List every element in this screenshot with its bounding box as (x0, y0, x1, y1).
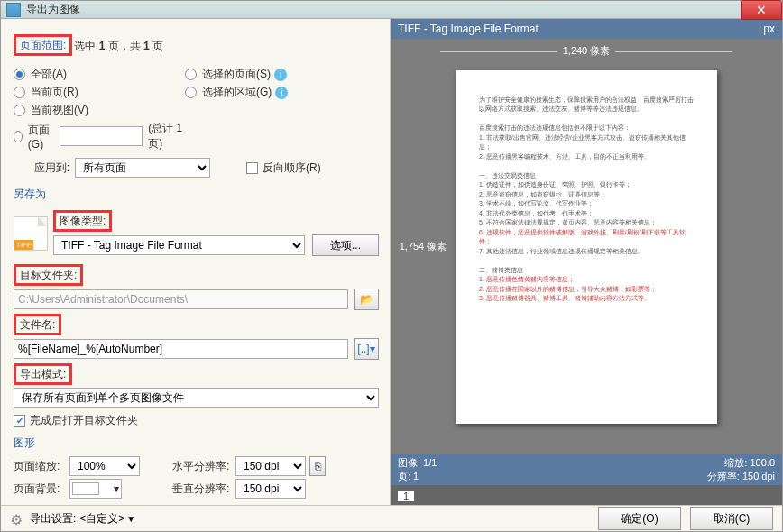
zoom-select[interactable]: 100% (69, 456, 140, 476)
left-panel: 页面范围: 选中 1 页，共 1 页 全部(A) 当前页(R) 当前视图(V) … (1, 19, 391, 505)
bg-color-picker[interactable]: ▾ (69, 479, 122, 499)
ok-button[interactable]: 确定(O) (598, 507, 681, 530)
preview-panel: TIFF - Tag Image File Formatpx 1,240 像素 … (391, 19, 782, 505)
tiff-thumbnail-icon: TIFF (14, 216, 48, 251)
close-button[interactable]: ✕ (741, 0, 782, 20)
radio-current[interactable] (14, 87, 25, 98)
vres-label: 垂直分辨率: (172, 482, 235, 497)
radio-all[interactable] (14, 69, 25, 80)
radio-current-view[interactable] (14, 105, 25, 116)
zoom-label: 页面缩放: (14, 459, 69, 474)
preview-canvas[interactable]: 1,240 像素 1,754 像素 为了维护安全健康的搜索生态，保障搜索用户的合… (391, 39, 782, 454)
page-preview: 为了维护安全健康的搜索生态，保障搜索用户的合法权益，百度搜索严厉打击以网络方式获… (456, 70, 717, 424)
options-button[interactable]: 选项... (312, 234, 379, 256)
filename-input[interactable] (14, 339, 348, 359)
export-mode-label: 导出模式: (14, 363, 72, 385)
gear-icon[interactable]: ⚙ (10, 511, 24, 526)
info-icon[interactable]: i (275, 87, 288, 99)
hres-select[interactable]: 150 dpi (235, 456, 306, 476)
preview-pager[interactable]: 1 (391, 485, 782, 505)
radio-pages[interactable] (14, 131, 23, 142)
res-link-icon[interactable]: ⎘ (309, 456, 326, 476)
page-range-title: 页面范围: (14, 34, 72, 56)
apply-to-select[interactable]: 所有页面 (75, 158, 210, 178)
export-image-dialog: 导出为图像 ✕ 页面范围: 选中 1 页，共 1 页 全部(A) 当前页(R) … (0, 0, 783, 532)
folder-label: 目标文件夹: (14, 264, 83, 286)
export-settings-value[interactable]: <自定义> (79, 511, 124, 527)
cancel-button[interactable]: 取消(C) (690, 507, 773, 530)
ruler-vertical: 1,754 像素 (396, 39, 450, 454)
filename-macro-button[interactable]: [..]▾ (354, 338, 379, 360)
reverse-checkbox[interactable] (246, 162, 258, 174)
vres-select[interactable]: 150 dpi (235, 479, 306, 499)
info-icon[interactable]: i (274, 69, 287, 81)
preview-header: TIFF - Tag Image File Formatpx (391, 19, 782, 39)
open-after-checkbox[interactable] (14, 415, 25, 427)
pages-input[interactable] (60, 126, 143, 146)
browse-folder-button[interactable]: 📂 (354, 289, 379, 310)
dialog-footer: ⚙ 导出设置: <自定义> ▼ 确定(O) 取消(C) (1, 505, 782, 531)
export-settings-label: 导出设置: (30, 511, 76, 527)
preview-status: 图像: 1/1页: 1 缩放: 100.0分辨率: 150 dpi (391, 454, 782, 485)
filename-label: 文件名: (14, 314, 61, 335)
radio-selected-pages[interactable] (185, 69, 197, 80)
chevron-down-icon[interactable]: ▼ (126, 514, 135, 524)
titlebar[interactable]: 导出为图像 ✕ (1, 1, 782, 19)
page-range-summary: 选中 1 页，共 1 页 (74, 39, 163, 54)
apply-to-label: 应用到: (14, 161, 69, 176)
radio-selected-regions[interactable] (185, 87, 197, 98)
bg-label: 页面背景: (14, 482, 69, 497)
graphics-title: 图形 (14, 436, 379, 451)
export-mode-select[interactable]: 保存所有页面到单个多页图像文件 (14, 388, 379, 408)
save-as-title: 另存为 (14, 187, 379, 202)
image-type-label: 图像类型: (53, 210, 112, 232)
hres-label: 水平分辨率: (172, 459, 235, 474)
folder-input[interactable] (14, 289, 348, 309)
image-type-select[interactable]: TIFF - Tag Image File Format (53, 235, 305, 255)
window-title: 导出为图像 (26, 2, 80, 17)
app-icon (6, 3, 21, 17)
